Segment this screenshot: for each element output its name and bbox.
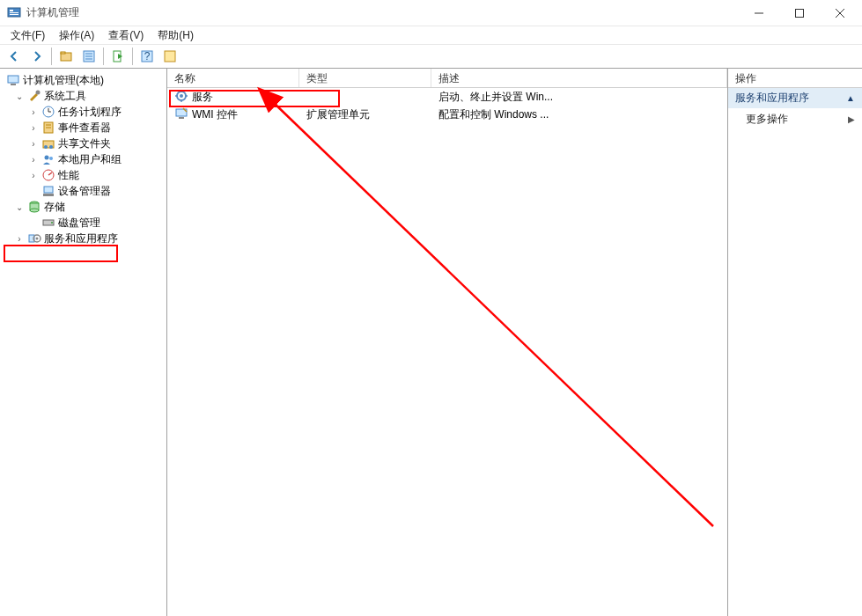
computer-icon (6, 73, 20, 87)
column-name[interactable]: 名称 (167, 69, 299, 87)
refresh-button[interactable]: ? (136, 46, 158, 67)
twisty-collapsed-icon[interactable]: › (28, 123, 39, 133)
twisty-collapsed-icon[interactable]: › (28, 171, 39, 180)
storage-icon (27, 200, 41, 214)
tree-label: 性能 (58, 168, 79, 183)
minimize-button[interactable] (739, 0, 779, 26)
actions-more[interactable]: 更多操作 ▶ (728, 108, 862, 130)
forward-button[interactable] (26, 46, 48, 67)
tree-device-manager[interactable]: · 设备管理器 (2, 183, 165, 199)
event-icon (41, 121, 55, 135)
title-bar: 计算机管理 (0, 0, 862, 26)
close-button[interactable] (820, 0, 860, 26)
svg-point-28 (44, 145, 48, 149)
toolbar-separator (103, 48, 104, 65)
list-row-services[interactable]: 服务 启动、终止并设置 Win... (167, 88, 727, 106)
twisty-collapsed-icon[interactable]: › (28, 139, 39, 149)
window-controls (739, 0, 860, 26)
twisty-expanded-icon[interactable]: ⌄ (14, 202, 25, 212)
clock-icon (41, 105, 55, 119)
tree-services-apps[interactable]: › 服务和应用程序 (2, 231, 165, 246)
twisty-expanded-icon[interactable]: ⌄ (14, 92, 25, 101)
annotation-arrow (167, 69, 727, 616)
help-button[interactable] (159, 46, 181, 67)
tree-pane[interactable]: 计算机管理(本地) ⌄ 系统工具 › 任务计划程序 › 事件查看器 › 共享文件… (0, 69, 167, 616)
cell-text: 配置和控制 Windows ... (438, 107, 549, 122)
menu-file[interactable]: 文件(F) (4, 26, 52, 45)
svg-rect-34 (44, 187, 53, 193)
workspace: 计算机管理(本地) ⌄ 系统工具 › 任务计划程序 › 事件查看器 › 共享文件… (0, 69, 862, 616)
toolbar-separator (51, 48, 52, 65)
tree-label: 任务计划程序 (58, 105, 122, 120)
menu-view[interactable]: 查看(V) (101, 26, 151, 45)
tree-disk-management[interactable]: · 磁盘管理 (2, 215, 165, 231)
svg-rect-18 (8, 76, 18, 83)
device-icon (41, 184, 55, 198)
tree-label: 事件查看器 (58, 121, 111, 136)
actions-group-label: 服务和应用程序 (735, 91, 809, 106)
tree-root[interactable]: 计算机管理(本地) (2, 72, 165, 88)
list-pane: 名称 类型 描述 服务 启动、终止并设置 Win... WMI 控件 扩展管理单… (167, 69, 728, 616)
svg-rect-35 (43, 194, 54, 196)
svg-point-29 (49, 145, 53, 149)
cell-text: 启动、终止并设置 Win... (438, 90, 553, 105)
svg-rect-19 (11, 84, 16, 85)
twisty-collapsed-icon[interactable]: › (14, 234, 25, 244)
actions-item-label: 更多操作 (746, 112, 788, 127)
folder-share-icon (41, 136, 55, 150)
list-header: 名称 类型 描述 (167, 69, 727, 88)
properties-button[interactable] (78, 46, 99, 67)
tree-event-viewer[interactable]: › 事件查看器 (2, 120, 165, 136)
svg-point-43 (36, 238, 39, 240)
svg-point-45 (180, 94, 183, 98)
gear-icon (174, 89, 188, 106)
up-button[interactable] (55, 46, 77, 67)
menu-help[interactable]: 帮助(H) (151, 26, 201, 45)
svg-rect-17 (165, 51, 175, 62)
tree-storage[interactable]: ⌄ 存储 (2, 199, 165, 215)
back-button[interactable] (4, 46, 25, 67)
tree-task-scheduler[interactable]: › 任务计划程序 (2, 104, 165, 120)
cell-text: 扩展管理单元 (306, 107, 370, 122)
tree-label: 计算机管理(本地) (23, 73, 104, 88)
svg-rect-51 (179, 117, 184, 119)
svg-rect-5 (796, 9, 804, 17)
tree-label: 服务和应用程序 (44, 231, 118, 246)
tree-label: 共享文件夹 (58, 136, 111, 151)
svg-point-30 (45, 156, 49, 160)
twisty-collapsed-icon[interactable]: › (28, 155, 39, 165)
menu-bar: 文件(F) 操作(A) 查看(V) 帮助(H) (0, 26, 862, 44)
tree-local-users[interactable]: › 本地用户和组 (2, 151, 165, 167)
performance-icon (41, 168, 55, 182)
list-row-wmi[interactable]: WMI 控件 扩展管理单元 配置和控制 Windows ... (167, 106, 727, 123)
window-title: 计算机管理 (26, 5, 739, 20)
disk-icon (41, 216, 55, 230)
tree-label: 磁盘管理 (58, 216, 100, 231)
tree-label: 本地用户和组 (58, 152, 122, 167)
svg-rect-1 (10, 10, 13, 11)
toolbar: ? (0, 44, 862, 69)
tree-label: 存储 (44, 200, 65, 215)
twisty-collapsed-icon[interactable]: › (28, 107, 39, 117)
tree-shared-folders[interactable]: › 共享文件夹 (2, 136, 165, 151)
maximize-button[interactable] (779, 0, 820, 26)
column-type[interactable]: 类型 (299, 69, 431, 87)
actions-group-header[interactable]: 服务和应用程序 ▲ (728, 88, 862, 108)
cell-text: WMI 控件 (192, 107, 238, 122)
submenu-arrow-icon: ▶ (848, 114, 855, 124)
svg-rect-9 (61, 52, 65, 54)
tools-icon (27, 89, 41, 103)
menu-action[interactable]: 操作(A) (52, 26, 101, 45)
export-button[interactable] (107, 46, 129, 67)
actions-pane: 操作 服务和应用程序 ▲ 更多操作 ▶ (728, 69, 862, 616)
tree-system-tools[interactable]: ⌄ 系统工具 (2, 88, 165, 104)
tree-label: 系统工具 (44, 89, 86, 104)
svg-text:?: ? (144, 50, 151, 62)
svg-point-20 (36, 91, 41, 95)
svg-point-38 (30, 209, 39, 212)
annotation-red-box-tree (4, 245, 118, 262)
svg-point-31 (49, 157, 53, 160)
collapse-arrow-icon: ▲ (846, 93, 855, 103)
column-desc[interactable]: 描述 (431, 69, 727, 87)
tree-performance[interactable]: › 性能 (2, 167, 165, 183)
